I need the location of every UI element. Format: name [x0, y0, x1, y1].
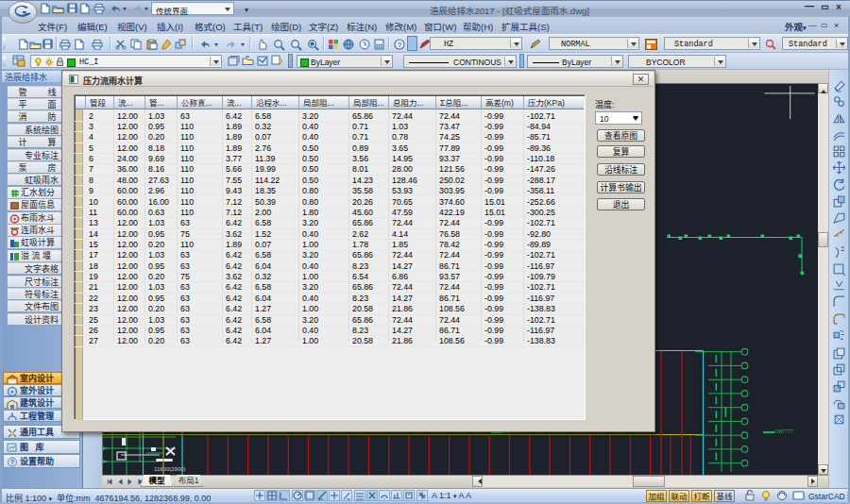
- svg-text:?: ?: [398, 41, 402, 49]
- svg-text:?: ?: [10, 459, 14, 465]
- svg-text:GW7777: GW7777: [774, 428, 793, 434]
- svg-text:11600(2900): 11600(2900): [154, 466, 186, 472]
